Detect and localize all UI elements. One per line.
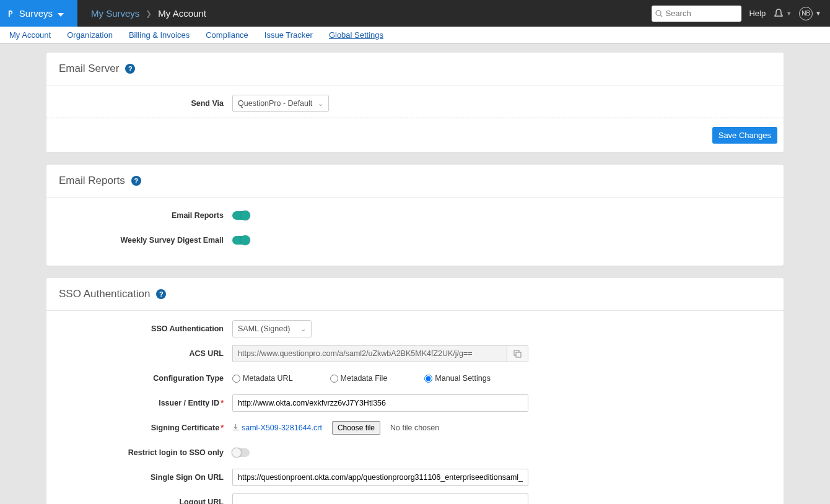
radio-manual-settings[interactable]: Manual Settings bbox=[424, 374, 491, 383]
card-email-server: Email Server ? Send Via QuestionPro - De… bbox=[46, 53, 784, 152]
choose-file-button[interactable]: Choose file bbox=[332, 421, 380, 435]
restrict-toggle[interactable] bbox=[232, 448, 250, 457]
no-file-text: No file chosen bbox=[390, 424, 439, 432]
search-icon bbox=[655, 10, 663, 17]
chevron-right-icon: ❯ bbox=[146, 9, 152, 18]
sso-auth-label: SSO Authentication bbox=[59, 324, 232, 333]
product-switcher[interactable]: Surveys bbox=[0, 0, 77, 27]
breadcrumb-current: My Account bbox=[158, 8, 206, 19]
help-icon[interactable]: ? bbox=[131, 176, 141, 186]
issuer-label: Issuer / Entity ID* bbox=[59, 399, 232, 407]
radio-metadata-file[interactable]: Metadata File bbox=[330, 374, 388, 383]
copy-button[interactable] bbox=[507, 345, 528, 362]
logo-icon bbox=[7, 9, 13, 19]
notifications-button[interactable]: ▼ bbox=[773, 8, 792, 19]
chevron-down-icon: ⌄ bbox=[300, 325, 306, 333]
section-title: Email Server bbox=[59, 63, 119, 75]
issuer-field[interactable] bbox=[232, 394, 528, 412]
config-type-label: Configuration Type bbox=[59, 374, 232, 383]
product-name: Surveys bbox=[19, 8, 53, 19]
topbar: Surveys My Surveys ❯ My Account Help ▼ N… bbox=[0, 0, 830, 27]
chevron-down-icon: ⌄ bbox=[318, 100, 323, 108]
breadcrumb-root[interactable]: My Surveys bbox=[91, 8, 139, 19]
avatar: NB bbox=[799, 7, 813, 20]
search-box[interactable] bbox=[652, 6, 741, 22]
logout-url-label: Logout URL bbox=[59, 498, 232, 504]
chevron-down-icon: ▼ bbox=[815, 10, 821, 17]
card-email-reports: Email Reports ? Email Reports Weekly Sur… bbox=[46, 165, 784, 266]
svg-point-0 bbox=[656, 11, 661, 15]
email-reports-label: Email Reports bbox=[59, 211, 232, 220]
digest-label: Weekly Survey Digest Email bbox=[59, 236, 232, 245]
section-title: Email Reports bbox=[59, 175, 125, 187]
section-title: SSO Authentication bbox=[59, 288, 150, 300]
subnav-my-account[interactable]: My Account bbox=[9, 30, 51, 40]
save-button[interactable]: Save Changes bbox=[712, 127, 777, 144]
subnav-global-settings[interactable]: Global Settings bbox=[329, 30, 383, 40]
subnav-billing[interactable]: Billing & Invoices bbox=[129, 30, 190, 40]
sso-auth-value: SAML (Signed) bbox=[238, 324, 290, 333]
svg-rect-3 bbox=[516, 352, 521, 357]
subnav: My Account Organization Billing & Invoic… bbox=[0, 27, 830, 44]
send-via-value: QuestionPro - Default bbox=[238, 99, 312, 108]
help-icon[interactable]: ? bbox=[156, 289, 166, 299]
bell-icon bbox=[773, 8, 784, 19]
download-icon bbox=[232, 424, 239, 431]
subnav-organization[interactable]: Organization bbox=[67, 30, 113, 40]
radio-metadata-url[interactable]: Metadata URL bbox=[232, 374, 293, 383]
help-link[interactable]: Help bbox=[749, 9, 766, 18]
send-via-label: Send Via bbox=[59, 99, 232, 108]
card-sso: SSO Authentication ? SSO Authentication … bbox=[46, 278, 784, 504]
cert-label: Signing Certificate* bbox=[59, 424, 232, 432]
digest-toggle[interactable] bbox=[232, 236, 250, 245]
send-via-select[interactable]: QuestionPro - Default ⌄ bbox=[232, 95, 329, 112]
copy-icon bbox=[513, 350, 522, 358]
cert-download-link[interactable]: saml-X509-3281644.crt bbox=[232, 424, 322, 432]
acs-url-field[interactable] bbox=[232, 345, 507, 362]
subnav-compliance[interactable]: Compliance bbox=[206, 30, 248, 40]
sso-url-label: Single Sign On URL bbox=[59, 473, 232, 482]
subnav-issue-tracker[interactable]: Issue Tracker bbox=[264, 30, 313, 40]
restrict-label: Restrict login to SSO only bbox=[59, 448, 232, 457]
help-icon[interactable]: ? bbox=[125, 64, 135, 74]
logout-url-field[interactable] bbox=[232, 493, 528, 504]
breadcrumb: My Surveys ❯ My Account bbox=[77, 8, 206, 19]
sso-auth-select[interactable]: SAML (Signed) ⌄ bbox=[232, 320, 312, 337]
acs-label: ACS URL bbox=[59, 349, 232, 358]
email-reports-toggle[interactable] bbox=[232, 211, 250, 220]
chevron-down-icon: ▼ bbox=[786, 11, 792, 17]
svg-line-1 bbox=[660, 15, 662, 17]
chevron-down-icon bbox=[58, 8, 70, 19]
search-input[interactable] bbox=[665, 9, 733, 18]
sso-url-field[interactable] bbox=[232, 469, 528, 486]
user-menu[interactable]: NB ▼ bbox=[799, 7, 821, 20]
